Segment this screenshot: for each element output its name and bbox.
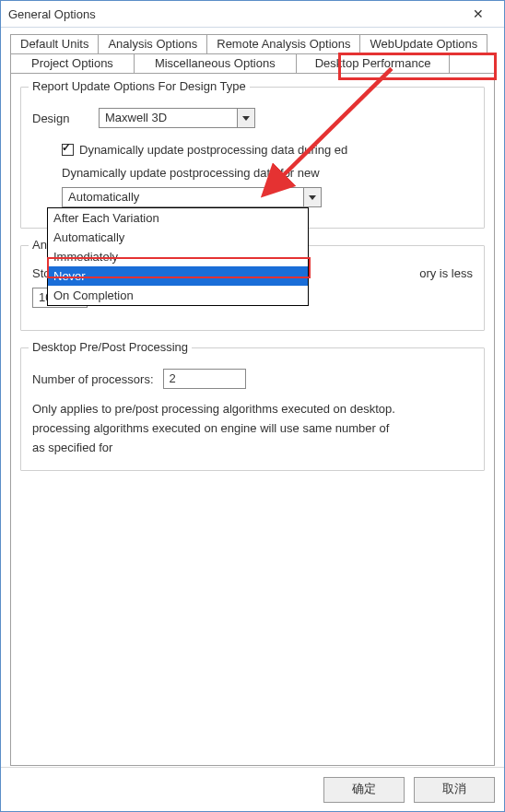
combo-design-value: Maxwell 3D — [100, 109, 237, 127]
tab-project-options[interactable]: Project Options — [10, 53, 135, 73]
label-dynamic-update: Dynamically update postprocessing data d… — [79, 143, 347, 157]
row-dyn-combo-label: Dynamically update postprocessing data f… — [62, 166, 473, 180]
ok-button[interactable]: 确定 — [323, 777, 405, 803]
dropdown-item-on-completion[interactable]: On Completion — [48, 286, 308, 305]
note-line-2: processing algorithms executed on engine… — [32, 419, 473, 439]
note-processing: Only applies to pre/post processing algo… — [32, 400, 473, 457]
tab-default-units[interactable]: Default Units — [10, 34, 99, 53]
note-line-1: Only applies to pre/post processing algo… — [32, 400, 473, 419]
dropdown-item-immediately[interactable]: Immediately — [48, 247, 308, 266]
dropdown-popup-dynamic-update: After Each Variation Automatically Immed… — [47, 207, 309, 306]
group-report-legend: Report Update Options For Design Type — [29, 79, 250, 93]
dropdown-item-automatically[interactable]: Automatically — [48, 228, 308, 247]
dropdown-icon — [303, 188, 321, 206]
tab-row-1: Default Units Analysis Options Remote An… — [10, 34, 495, 53]
group-processing: Desktop Pre/Post Processing Number of pr… — [20, 347, 485, 471]
tab-row-2: Project Options Miscellaneous Options De… — [10, 53, 495, 73]
label-num-processors: Number of processors: — [32, 372, 154, 386]
close-button[interactable]: ✕ — [460, 4, 497, 24]
cancel-button[interactable]: 取消 — [414, 777, 495, 803]
textbox-num-processors[interactable]: 2 — [163, 369, 246, 389]
group-processing-legend: Desktop Pre/Post Processing — [29, 340, 192, 354]
general-options-window: General Options ✕ Default Units Analysis… — [0, 0, 505, 812]
dropdown-item-never[interactable]: Never — [48, 266, 308, 286]
checkbox-dynamic-update[interactable] — [62, 144, 74, 156]
label-ory-is-less: ory is less — [419, 266, 473, 280]
dropdown-item-after-each-variation[interactable]: After Each Variation — [48, 208, 308, 228]
row-dyn-checkbox: Dynamically update postprocessing data d… — [62, 143, 473, 157]
client-area: Default Units Analysis Options Remote An… — [1, 27, 504, 765]
button-bar: 确定 取消 — [1, 767, 504, 811]
tab-miscellaneous-options[interactable]: Miscellaneous Options — [134, 53, 297, 73]
label-dynamic-update-new: Dynamically update postprocessing data f… — [62, 166, 320, 180]
titlebar: General Options ✕ — [1, 1, 504, 28]
combo-design-type[interactable]: Maxwell 3D — [99, 108, 255, 128]
tab-remote-analysis-options[interactable]: Remote Analysis Options — [206, 34, 360, 53]
note-line-3: as specified for — [32, 439, 473, 458]
combo-dynamic-update-value: Automatically — [63, 188, 303, 206]
label-design: Design — [32, 112, 88, 125]
tab-control: Default Units Analysis Options Remote An… — [10, 34, 495, 766]
row-dyn-combo: Automatically — [62, 187, 473, 207]
tab-desktop-performance[interactable]: Desktop Performance — [296, 53, 451, 73]
combo-dynamic-update-mode[interactable]: Automatically — [62, 187, 322, 207]
tab-analysis-options[interactable]: Analysis Options — [98, 34, 207, 53]
row-processors: Number of processors: 2 — [32, 369, 473, 389]
window-title: General Options — [8, 7, 460, 21]
dropdown-icon — [237, 109, 254, 127]
tab-panel-desktop-performance: Report Update Options For Design Type De… — [10, 73, 495, 766]
row-design: Design Maxwell 3D — [32, 108, 473, 128]
tab-webupdate-options[interactable]: WebUpdate Options — [359, 34, 487, 53]
